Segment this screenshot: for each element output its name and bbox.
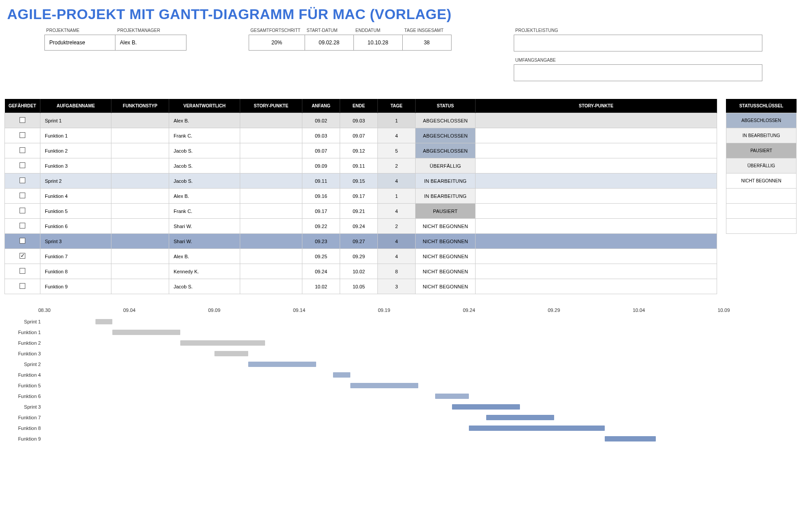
taskname-cell[interactable]: Funktion 6 xyxy=(40,219,111,234)
start-cell[interactable]: 09.23 xyxy=(302,234,340,249)
resp-cell[interactable]: Frank C. xyxy=(169,204,240,219)
status-cell[interactable]: NICHT BEGONNEN xyxy=(416,219,476,234)
table-row[interactable]: Funktion 9 Jacob S. 10.02 10.05 3 NICHT … xyxy=(5,279,717,294)
start-cell[interactable]: 09.09 xyxy=(302,158,340,173)
status-cell[interactable]: NICHT BEGONNEN xyxy=(416,249,476,264)
story-cell[interactable] xyxy=(476,249,717,264)
story-cell[interactable] xyxy=(476,173,717,189)
taskname-cell[interactable]: Funktion 5 xyxy=(40,204,111,219)
status-cell[interactable]: ABGESCHLOSSEN xyxy=(416,143,476,158)
table-row[interactable]: Sprint 1 Alex B. 09.02 09.03 1 ABGESCHLO… xyxy=(5,113,717,128)
resp-cell[interactable]: Kennedy K. xyxy=(169,264,240,279)
end-cell[interactable]: 09.21 xyxy=(340,204,378,219)
risk-checkbox[interactable] xyxy=(20,238,25,244)
story-cell[interactable] xyxy=(476,204,717,219)
end-cell[interactable]: 09.07 xyxy=(340,128,378,143)
risk-cell[interactable] xyxy=(5,219,40,234)
days-cell[interactable]: 4 xyxy=(378,173,416,189)
functype-cell[interactable] xyxy=(111,143,169,158)
risk-checkbox[interactable] xyxy=(20,162,25,168)
start-cell[interactable]: 09.16 xyxy=(302,189,340,204)
pts-cell[interactable] xyxy=(240,204,302,219)
days-cell[interactable]: 5 xyxy=(378,143,416,158)
status-cell[interactable]: ÜBERFÄLLIG xyxy=(416,158,476,173)
table-row[interactable]: Funktion 1 Frank C. 09.03 09.07 4 ABGESC… xyxy=(5,128,717,143)
risk-cell[interactable] xyxy=(5,279,40,294)
risk-cell[interactable] xyxy=(5,189,40,204)
days-cell[interactable]: 4 xyxy=(378,234,416,249)
functype-cell[interactable] xyxy=(111,173,169,189)
task-table[interactable]: GEFÄHRDET AUFGABENNAME FUNKTIONSTYP VERA… xyxy=(4,99,717,294)
pts-cell[interactable] xyxy=(240,113,302,128)
taskname-cell[interactable]: Funktion 1 xyxy=(40,128,111,143)
days-cell[interactable]: 4 xyxy=(378,128,416,143)
end-cell[interactable]: 09.17 xyxy=(340,189,378,204)
end-field[interactable]: 10.10.28 xyxy=(354,35,403,51)
end-cell[interactable]: 09.15 xyxy=(340,173,378,189)
risk-cell[interactable] xyxy=(5,249,40,264)
days-cell[interactable]: 4 xyxy=(378,249,416,264)
risk-checkbox[interactable] xyxy=(20,132,25,138)
performance-field[interactable] xyxy=(514,35,762,51)
progress-field[interactable]: 20% xyxy=(249,35,305,51)
story-cell[interactable] xyxy=(476,279,717,294)
end-cell[interactable]: 09.12 xyxy=(340,143,378,158)
projectname-field[interactable]: Produktrelease xyxy=(44,35,115,51)
risk-cell[interactable] xyxy=(5,204,40,219)
taskname-cell[interactable]: Sprint 2 xyxy=(40,173,111,189)
start-field[interactable]: 09.02.28 xyxy=(305,35,354,51)
table-row[interactable]: Funktion 8 Kennedy K. 09.24 10.02 8 NICH… xyxy=(5,264,717,279)
start-cell[interactable]: 09.07 xyxy=(302,143,340,158)
story-cell[interactable] xyxy=(476,158,717,173)
start-cell[interactable]: 10.02 xyxy=(302,279,340,294)
days-cell[interactable]: 1 xyxy=(378,113,416,128)
status-cell[interactable]: NICHT BEGONNEN xyxy=(416,279,476,294)
risk-checkbox[interactable] xyxy=(20,208,25,213)
end-cell[interactable]: 10.02 xyxy=(340,264,378,279)
pts-cell[interactable] xyxy=(240,143,302,158)
table-row[interactable]: Sprint 3 Shari W. 09.23 09.27 4 NICHT BE… xyxy=(5,234,717,249)
table-row[interactable]: Funktion 5 Frank C. 09.17 09.21 4 PAUSIE… xyxy=(5,204,717,219)
status-cell[interactable]: ABGESCHLOSSEN xyxy=(416,128,476,143)
risk-cell[interactable] xyxy=(5,173,40,189)
pts-cell[interactable] xyxy=(240,264,302,279)
taskname-cell[interactable]: Sprint 1 xyxy=(40,113,111,128)
resp-cell[interactable]: Alex B. xyxy=(169,113,240,128)
table-row[interactable]: Sprint 2 Jacob S. 09.11 09.15 4 IN BEARB… xyxy=(5,173,717,189)
end-cell[interactable]: 10.05 xyxy=(340,279,378,294)
functype-cell[interactable] xyxy=(111,128,169,143)
pts-cell[interactable] xyxy=(240,234,302,249)
resp-cell[interactable]: Alex B. xyxy=(169,249,240,264)
story-cell[interactable] xyxy=(476,143,717,158)
risk-checkbox[interactable] xyxy=(20,117,25,123)
functype-cell[interactable] xyxy=(111,264,169,279)
days-cell[interactable]: 2 xyxy=(378,219,416,234)
resp-cell[interactable]: Frank C. xyxy=(169,128,240,143)
functype-cell[interactable] xyxy=(111,204,169,219)
resp-cell[interactable]: Jacob S. xyxy=(169,158,240,173)
pts-cell[interactable] xyxy=(240,249,302,264)
pts-cell[interactable] xyxy=(240,128,302,143)
taskname-cell[interactable]: Sprint 3 xyxy=(40,234,111,249)
taskname-cell[interactable]: Funktion 3 xyxy=(40,158,111,173)
resp-cell[interactable]: Jacob S. xyxy=(169,279,240,294)
days-cell[interactable]: 8 xyxy=(378,264,416,279)
days-cell[interactable]: 3 xyxy=(378,279,416,294)
risk-checkbox[interactable] xyxy=(20,147,25,153)
manager-field[interactable]: Alex B. xyxy=(115,35,186,51)
pts-cell[interactable] xyxy=(240,173,302,189)
days-cell[interactable]: 4 xyxy=(378,204,416,219)
days-cell[interactable]: 1 xyxy=(378,189,416,204)
functype-cell[interactable] xyxy=(111,113,169,128)
risk-cell[interactable] xyxy=(5,264,40,279)
table-row[interactable]: Funktion 4 Alex B. 09.16 09.17 1 IN BEAR… xyxy=(5,189,717,204)
pts-cell[interactable] xyxy=(240,158,302,173)
end-cell[interactable]: 09.29 xyxy=(340,249,378,264)
functype-cell[interactable] xyxy=(111,234,169,249)
risk-checkbox[interactable] xyxy=(20,223,25,229)
risk-checkbox[interactable] xyxy=(20,268,25,274)
story-cell[interactable] xyxy=(476,189,717,204)
status-cell[interactable]: IN BEARBEITUNG xyxy=(416,173,476,189)
story-cell[interactable] xyxy=(476,264,717,279)
taskname-cell[interactable]: Funktion 7 xyxy=(40,249,111,264)
